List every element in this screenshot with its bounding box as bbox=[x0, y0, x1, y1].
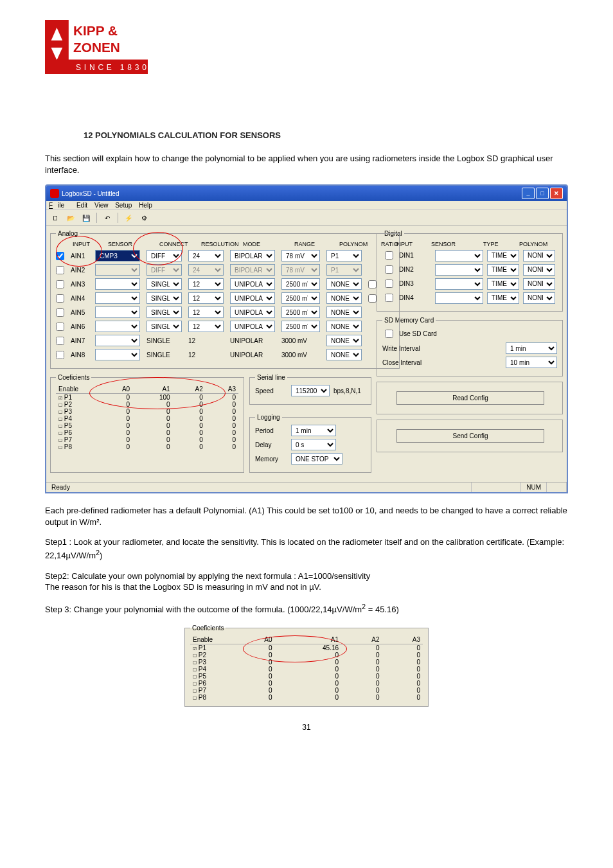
close-button[interactable]: ✕ bbox=[550, 188, 563, 199]
minimize-button[interactable]: _ bbox=[522, 188, 535, 199]
ain-connect-select[interactable]: SINGLE bbox=[147, 306, 182, 318]
coef-row-enable[interactable]: ☑ P1 bbox=[56, 394, 100, 402]
coef-row-enable[interactable]: ☐ P2 bbox=[56, 401, 100, 408]
ain-sensor-select[interactable]: CMP3 bbox=[95, 250, 140, 261]
coef-row-enable[interactable]: ☐ P4 bbox=[190, 666, 234, 673]
ain-res-select[interactable]: 24 bbox=[188, 250, 224, 261]
din-type-select[interactable]: TIME bbox=[487, 264, 519, 276]
speed-select[interactable]: 115200 bbox=[291, 385, 330, 396]
gear-icon[interactable]: ⚙ bbox=[138, 211, 150, 224]
ain-range-select[interactable]: 78 mV bbox=[281, 264, 320, 276]
ain-sensor-select[interactable] bbox=[95, 264, 140, 276]
ain-poly-select[interactable]: NONE bbox=[326, 278, 362, 290]
coef-row-enable[interactable]: ☐ P8 bbox=[56, 443, 100, 450]
menu-view[interactable]: View bbox=[94, 202, 109, 209]
ain-mode-select[interactable]: UNIPOLAR bbox=[230, 292, 275, 304]
ain-sensor-select[interactable] bbox=[95, 278, 140, 290]
ain-enable-checkbox[interactable] bbox=[56, 308, 64, 317]
ain-connect-select[interactable]: SINGLE bbox=[147, 321, 182, 332]
open-file-icon[interactable]: 📂 bbox=[64, 211, 77, 224]
coef-row-enable[interactable]: ☐ P6 bbox=[56, 429, 100, 436]
write-int-select[interactable]: 1 min bbox=[506, 342, 557, 354]
ain-enable-checkbox[interactable] bbox=[56, 294, 64, 303]
ain-poly-select[interactable]: P1 bbox=[326, 250, 362, 261]
ain-mode-select[interactable]: UNIPOLAR bbox=[230, 278, 275, 290]
ain-mode-select[interactable]: BIPOLAR bbox=[230, 250, 275, 261]
coef-row-enable[interactable]: ☐ P3 bbox=[56, 408, 100, 415]
ain-poly-select[interactable]: NONE bbox=[326, 335, 362, 346]
ain-enable-checkbox[interactable] bbox=[56, 337, 64, 345]
ain-enable-checkbox[interactable] bbox=[56, 280, 64, 288]
menu-help[interactable]: Help bbox=[139, 202, 152, 209]
memory-select[interactable]: ONE STOP bbox=[291, 453, 342, 465]
menu-edit[interactable]: Edit bbox=[76, 202, 87, 209]
ain-res-select[interactable]: 12 bbox=[188, 278, 224, 290]
coef-row-enable[interactable]: ☐ P5 bbox=[190, 673, 234, 680]
coef-row-enable[interactable]: ☐ P4 bbox=[56, 415, 100, 422]
ain-sensor-select[interactable] bbox=[95, 335, 140, 346]
read-config-button[interactable]: Read Config bbox=[396, 391, 544, 405]
ain-poly-select[interactable]: NONE bbox=[326, 306, 362, 318]
din-sensor-select[interactable] bbox=[435, 292, 483, 304]
ain-range-select[interactable]: 78 mV bbox=[281, 250, 320, 261]
ain-sensor-select[interactable] bbox=[95, 349, 140, 360]
ain-connect-select[interactable]: SINGLE bbox=[147, 292, 182, 304]
ain-range-select[interactable]: 2500 mV bbox=[281, 321, 320, 332]
coef-row-enable[interactable]: ☑ P1 bbox=[190, 644, 234, 651]
ain-res-select[interactable]: 12 bbox=[188, 321, 224, 332]
title-bar[interactable]: LogboxSD - Untitled _ □ ✕ bbox=[46, 186, 567, 201]
ain-mode-select[interactable]: BIPOLAR bbox=[230, 264, 275, 276]
din-poly-select[interactable]: NONE bbox=[523, 278, 555, 290]
menu-setup[interactable]: Setup bbox=[115, 202, 132, 209]
coef-row-enable[interactable]: ☐ P8 bbox=[190, 694, 234, 701]
din-type-select[interactable]: TIME bbox=[487, 250, 519, 261]
coef-row-enable[interactable]: ☐ P5 bbox=[56, 422, 100, 429]
coef-row-enable[interactable]: ☐ P7 bbox=[190, 687, 234, 694]
coef-row-enable[interactable]: ☐ P6 bbox=[190, 680, 234, 687]
ain-range-select[interactable]: 2500 mV bbox=[281, 306, 320, 318]
din-poly-select[interactable]: NONE bbox=[523, 264, 555, 276]
ain-mode-select[interactable]: UNIPOLAR bbox=[230, 321, 275, 332]
ain-res-select[interactable]: 24 bbox=[188, 264, 224, 276]
ain-range-select[interactable]: 2500 mV bbox=[281, 278, 320, 290]
menu-file[interactable]: File bbox=[49, 202, 69, 209]
ain-connect-select[interactable]: DIFF bbox=[147, 250, 182, 261]
ain-poly-select[interactable]: P1 bbox=[326, 264, 362, 276]
ain-ratio-checkbox[interactable] bbox=[368, 294, 377, 303]
din-sensor-select[interactable] bbox=[435, 278, 483, 290]
ain-mode-select[interactable]: UNIPOLAR bbox=[230, 306, 275, 318]
ain-range-select[interactable]: 2500 mV bbox=[281, 292, 320, 304]
din-type-select[interactable]: TIME bbox=[487, 292, 519, 304]
ain-res-select[interactable]: 12 bbox=[188, 292, 224, 304]
send-config-button[interactable]: Send Config bbox=[396, 429, 544, 443]
coef-row-enable[interactable]: ☐ P7 bbox=[56, 436, 100, 443]
din-poly-select[interactable]: NONE bbox=[523, 292, 555, 304]
din-sensor-select[interactable] bbox=[435, 264, 483, 276]
undo-icon[interactable]: ↶ bbox=[101, 211, 114, 224]
connect-icon[interactable]: ⚡ bbox=[122, 211, 135, 224]
ain-enable-checkbox[interactable] bbox=[56, 252, 64, 260]
ain-poly-select[interactable]: NONE bbox=[326, 292, 362, 304]
ain-enable-checkbox[interactable] bbox=[56, 323, 64, 331]
close-int-select[interactable]: 10 min bbox=[506, 357, 557, 368]
din-poly-select[interactable]: NONE bbox=[523, 250, 555, 261]
ain-poly-select[interactable]: NONE bbox=[326, 349, 362, 360]
ain-sensor-select[interactable] bbox=[95, 292, 140, 304]
save-file-icon[interactable]: 💾 bbox=[80, 211, 93, 224]
ain-connect-select[interactable]: SINGLE bbox=[147, 278, 182, 290]
ain-poly-select[interactable]: NONE bbox=[326, 321, 362, 332]
ain-sensor-select[interactable] bbox=[95, 321, 140, 332]
coef-row-enable[interactable]: ☐ P3 bbox=[190, 659, 234, 666]
maximize-button[interactable]: □ bbox=[536, 188, 549, 199]
ain-connect-select[interactable]: DIFF bbox=[147, 264, 182, 276]
coef-row-enable[interactable]: ☐ P2 bbox=[190, 651, 234, 659]
new-file-icon[interactable]: 🗋 bbox=[49, 211, 62, 224]
period-select[interactable]: 1 min bbox=[291, 425, 336, 436]
din-sensor-select[interactable] bbox=[435, 250, 483, 261]
ain-res-select[interactable]: 12 bbox=[188, 306, 224, 318]
ain-sensor-select[interactable] bbox=[95, 306, 140, 318]
din-type-select[interactable]: TIME bbox=[487, 278, 519, 290]
ain-enable-checkbox[interactable] bbox=[56, 266, 64, 274]
ain-enable-checkbox[interactable] bbox=[56, 351, 64, 359]
delay-select[interactable]: 0 s bbox=[291, 439, 336, 450]
